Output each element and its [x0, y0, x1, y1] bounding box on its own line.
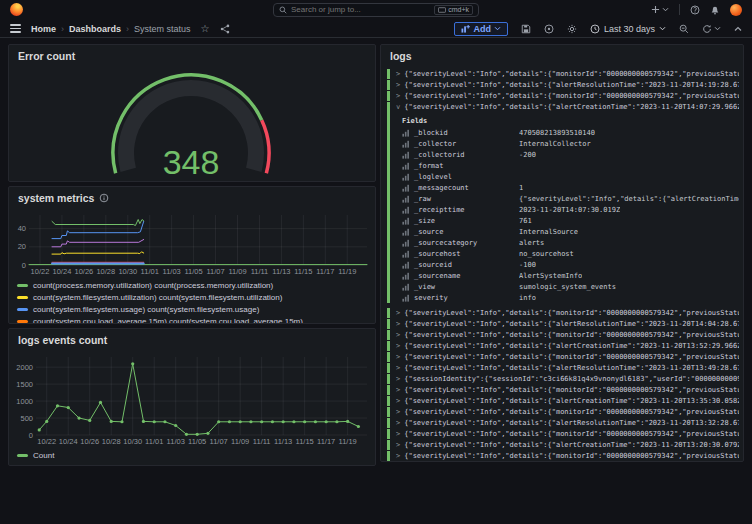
favorite-star-icon[interactable]: ☆ [201, 24, 210, 34]
field-stats-icon[interactable] [402, 261, 410, 269]
log-row[interactable]: >{"severityLevel":"Info","details":{"ale… [387, 319, 739, 329]
dashboard-settings-button[interactable] [567, 24, 577, 34]
expand-row-icon[interactable]: > [396, 397, 400, 405]
field-stats-icon[interactable] [402, 184, 410, 192]
user-avatar[interactable] [730, 4, 742, 16]
expand-row-icon[interactable]: > [396, 81, 400, 89]
panel-header[interactable]: Error count [9, 45, 375, 67]
log-row[interactable]: >{"sessionIdentity":{"sessionId":"c3ci66… [387, 374, 739, 384]
log-row[interactable]: >{"severityLevel":"Info","details":{"mon… [387, 308, 739, 318]
log-row[interactable]: >{"severityLevel":"Info","details":{"ale… [387, 440, 739, 450]
share-dashboard-button[interactable] [220, 24, 230, 34]
log-message: {"severityLevel":"Info","details":{"moni… [404, 70, 739, 78]
log-row[interactable]: >{"severityLevel":"Info","details":{"ale… [387, 80, 739, 90]
log-row[interactable]: >{"severityLevel":"Info","details":{"mon… [387, 407, 739, 417]
expand-row-icon[interactable]: > [396, 386, 400, 394]
expand-row-icon[interactable]: > [396, 452, 400, 460]
add-panel-button[interactable]: Add [454, 22, 508, 36]
expand-row-icon[interactable]: > [396, 441, 400, 449]
field-row: _sourcecategoryalerts [402, 237, 739, 248]
log-message: {"severityLevel":"Info","details":{"aler… [404, 441, 739, 449]
legend-swatch-icon [17, 454, 28, 457]
legend-item[interactable]: count(system.filesystem.usage) count(sys… [17, 303, 375, 315]
svg-text:11/05: 11/05 [188, 437, 206, 446]
field-stats-icon[interactable] [402, 272, 410, 280]
zoom-out-time-button[interactable] [679, 24, 689, 34]
field-stats-icon[interactable] [402, 294, 410, 302]
search-bar[interactable]: cmd+k [273, 3, 479, 17]
field-stats-icon[interactable] [402, 206, 410, 214]
log-row[interactable]: >{"severityLevel":"Info","details":{"mon… [387, 69, 739, 79]
expand-row-icon[interactable]: > [396, 320, 400, 328]
dashboard-insights-button[interactable] [544, 24, 554, 34]
gauge-value: 348 [163, 143, 220, 181]
field-stats-icon[interactable] [402, 151, 410, 159]
info-icon[interactable] [99, 193, 109, 203]
field-row: _sourcenameAlertSystemInfo [402, 270, 739, 281]
share-icon [220, 24, 230, 34]
log-rows-list: >{"severityLevel":"Info","details":{"mon… [381, 67, 743, 462]
legend-item[interactable]: count(system.filesystem.utilization) cou… [17, 291, 375, 303]
expand-row-icon[interactable]: > [396, 331, 400, 339]
panel-header[interactable]: system metrics [9, 187, 375, 209]
log-row[interactable]: >{"severityLevel":"Info","details":{"mon… [387, 385, 739, 395]
legend-item[interactable]: count(system.cpu.load_average.15m) count… [17, 315, 375, 323]
svg-text:10/30: 10/30 [118, 267, 137, 276]
expand-row-icon[interactable]: > [396, 430, 400, 438]
log-row[interactable]: >{"severityLevel":"Info","details":{"mon… [387, 429, 739, 439]
field-value: info [519, 294, 536, 302]
search-input[interactable] [291, 5, 430, 14]
grafana-logo-icon[interactable] [10, 3, 23, 16]
field-stats-icon[interactable] [402, 162, 410, 170]
expand-row-icon[interactable]: > [396, 342, 400, 350]
field-name: _sourceid [414, 261, 519, 269]
field-stats-icon[interactable] [402, 173, 410, 181]
collapse-row-icon[interactable]: > [396, 105, 402, 109]
expand-row-icon[interactable]: > [396, 364, 400, 372]
log-message: {"severityLevel":"Info","details":{"moni… [404, 331, 739, 339]
log-row[interactable]: >{"severityLevel":"Info","details":{"mon… [387, 330, 739, 340]
save-dashboard-button[interactable] [521, 24, 531, 34]
field-stats-icon[interactable] [402, 239, 410, 247]
log-row[interactable]: >{"severityLevel":"Info","details":{"mon… [387, 352, 739, 362]
log-row[interactable]: >{"severityLevel":"Info","details":{"mon… [387, 91, 739, 101]
field-stats-icon[interactable] [402, 283, 410, 291]
new-dropdown-button[interactable] [651, 5, 669, 14]
breadcrumb-home[interactable]: Home [31, 24, 56, 34]
field-stats-icon[interactable] [402, 195, 410, 203]
expand-row-icon[interactable]: > [396, 309, 400, 317]
field-stats-icon[interactable] [402, 140, 410, 148]
field-stats-icon[interactable] [402, 250, 410, 258]
svg-text:11/13: 11/13 [272, 267, 290, 276]
field-stats-icon[interactable] [402, 129, 410, 137]
log-row[interactable]: >{"severityLevel":"Info","details":{"ale… [387, 418, 739, 428]
log-row[interactable]: >{"severityLevel":"Info","details":{"ale… [387, 341, 739, 351]
expand-row-icon[interactable]: > [396, 375, 400, 383]
time-range-picker[interactable]: Last 30 days [590, 24, 666, 34]
log-row[interactable]: >{"severityLevel":"Info","details":{"ale… [387, 396, 739, 406]
panel-header[interactable]: logs [381, 45, 743, 67]
help-button[interactable] [690, 5, 700, 15]
log-row[interactable]: >{"severityLevel":"Info","details":{"ale… [387, 363, 739, 373]
field-stats-icon[interactable] [402, 217, 410, 225]
log-message: {"severityLevel":"Info","details":{"moni… [404, 430, 739, 438]
panel-header[interactable]: logs events count [9, 329, 375, 351]
expand-row-icon[interactable]: > [396, 92, 400, 100]
log-row[interactable]: >{"severityLevel":"Info","details":{"mon… [387, 451, 739, 461]
expand-row-icon[interactable]: > [396, 419, 400, 427]
expand-row-icon[interactable]: > [396, 70, 400, 78]
log-row[interactable]: >{"severityLevel":"Info","details":{"ale… [387, 102, 739, 303]
legend-item[interactable]: Count [17, 449, 375, 461]
expand-row-icon[interactable]: > [396, 408, 400, 416]
notifications-button[interactable] [710, 5, 720, 15]
refresh-button[interactable] [702, 24, 721, 34]
chevron-up-icon [734, 26, 742, 32]
breadcrumb-dashboards[interactable]: Dashboards [69, 24, 121, 34]
legend-item[interactable]: count(process.memory.utilization) count(… [17, 279, 375, 291]
expand-row-icon[interactable]: > [396, 353, 400, 361]
bell-icon [710, 5, 720, 15]
field-stats-icon[interactable] [402, 228, 410, 236]
mega-menu-toggle[interactable] [10, 24, 21, 33]
collapse-nav-button[interactable] [734, 26, 742, 32]
zoom-out-icon [679, 24, 689, 34]
